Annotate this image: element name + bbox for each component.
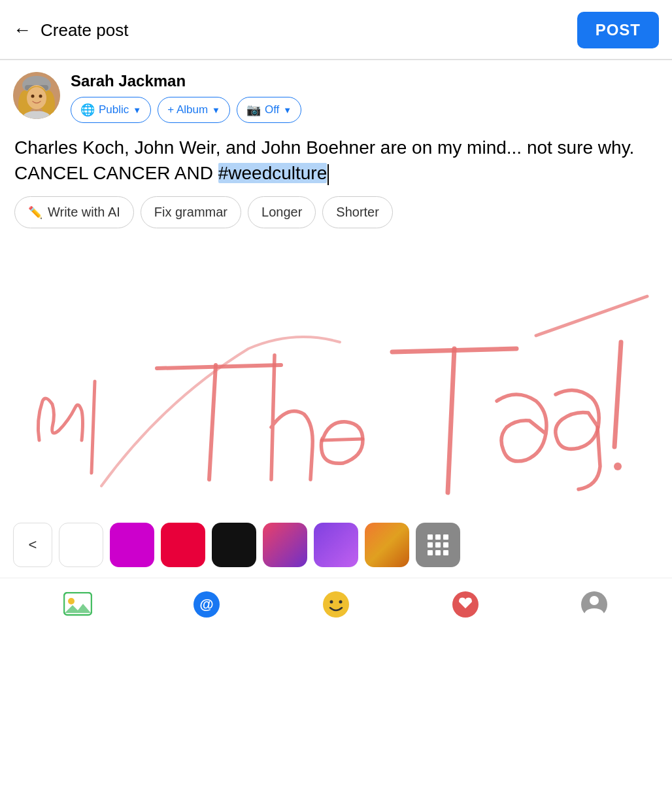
color-palette: <: [0, 512, 672, 578]
emoji-sticker-icon: [322, 590, 350, 619]
post-button[interactable]: POST: [577, 12, 659, 48]
instagram-chevron: ▼: [283, 105, 292, 115]
fix-grammar-button[interactable]: Fix grammar: [141, 196, 241, 228]
back-icon: <: [29, 536, 37, 553]
feeling-activity-button[interactable]: [448, 587, 482, 621]
more-colors-button[interactable]: [416, 523, 460, 567]
color-swatch-gradient-purple[interactable]: [314, 523, 358, 567]
longer-label: Longer: [261, 205, 302, 220]
color-swatch-purple[interactable]: [110, 523, 154, 567]
svg-point-7: [31, 95, 35, 98]
color-swatch-white[interactable]: [59, 523, 103, 567]
write-ai-button[interactable]: ✏️ Write with AI: [14, 196, 134, 228]
palette-back-button[interactable]: <: [13, 523, 52, 567]
instagram-icon: 📷: [246, 103, 261, 117]
album-label: + Album: [167, 103, 208, 116]
header-left: ← Create post: [13, 20, 128, 41]
svg-point-9: [614, 462, 622, 470]
photo-video-button[interactable]: [61, 587, 95, 621]
instagram-pill[interactable]: 📷 Off ▼: [237, 97, 301, 123]
drawing-svg: [0, 237, 672, 512]
globe-icon: 🌐: [80, 103, 95, 117]
svg-point-19: [590, 596, 599, 605]
svg-point-8: [39, 95, 42, 98]
emoji-sticker-button[interactable]: [319, 587, 353, 621]
user-info: Sarah Jackman 🌐 Public ▼ + Album ▼ 📷 Off…: [71, 72, 301, 123]
tag-people-button[interactable]: @: [190, 587, 224, 621]
svg-point-14: [323, 591, 349, 618]
person-icon: [580, 590, 609, 619]
user-section: Sarah Jackman 🌐 Public ▼ + Album ▼ 📷 Off…: [0, 60, 672, 128]
album-pill[interactable]: + Album ▼: [158, 97, 230, 123]
color-swatch-gradient-pink[interactable]: [263, 523, 307, 567]
svg-text:@: @: [200, 596, 214, 612]
shorter-button[interactable]: Shorter: [322, 196, 393, 228]
privacy-chevron: ▼: [133, 105, 141, 115]
post-content-area[interactable]: Charles Koch, John Weir, and John Boehne…: [0, 128, 672, 186]
svg-point-15: [329, 601, 333, 604]
pencil-icon: ✏️: [28, 205, 42, 220]
longer-button[interactable]: Longer: [248, 196, 316, 228]
page-title: Create post: [41, 20, 128, 41]
fix-grammar-label: Fix grammar: [154, 205, 227, 220]
shorter-label: Shorter: [336, 205, 379, 220]
color-swatch-black[interactable]: [212, 523, 256, 567]
album-chevron: ▼: [212, 105, 220, 115]
post-text[interactable]: Charles Koch, John Weir, and John Boehne…: [14, 135, 658, 186]
tag-people-icon: @: [192, 590, 221, 619]
grid-dots-icon: [428, 534, 448, 555]
drawing-area[interactable]: [0, 237, 672, 512]
privacy-pill[interactable]: 🌐 Public ▼: [71, 97, 151, 123]
back-button[interactable]: ←: [13, 20, 31, 41]
user-controls: 🌐 Public ▼ + Album ▼ 📷 Off ▼: [71, 97, 301, 123]
post-hashtag: #weedculture: [218, 163, 328, 183]
photo-video-icon: [63, 592, 92, 617]
color-swatch-red[interactable]: [161, 523, 205, 567]
feeling-icon: [451, 590, 480, 619]
instagram-label: Off: [265, 103, 279, 116]
user-name: Sarah Jackman: [71, 72, 301, 90]
svg-point-16: [339, 601, 342, 604]
privacy-label: Public: [99, 103, 129, 116]
write-ai-label: Write with AI: [48, 205, 120, 220]
header: ← Create post POST: [0, 0, 672, 60]
svg-point-6: [27, 87, 46, 109]
bottom-toolbar: @: [0, 578, 672, 631]
text-cursor: [328, 164, 329, 185]
avatar: [13, 72, 60, 119]
svg-point-11: [68, 598, 75, 604]
person-button[interactable]: [577, 587, 611, 621]
color-swatch-gradient-orange[interactable]: [365, 523, 409, 567]
ai-tools-row: ✏️ Write with AI Fix grammar Longer Shor…: [0, 186, 672, 237]
